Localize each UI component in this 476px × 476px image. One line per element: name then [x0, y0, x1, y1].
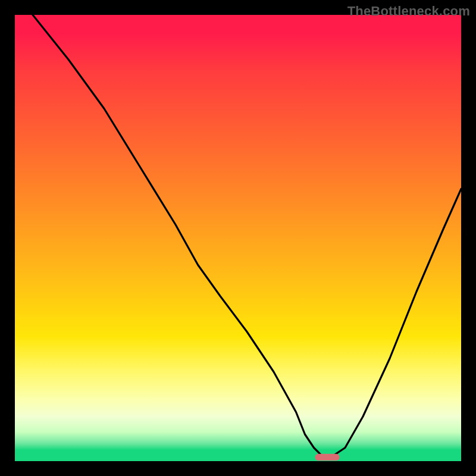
plot-area: [15, 15, 461, 461]
chart-frame: TheBottleneck.com: [0, 0, 476, 476]
background-gradient: [15, 15, 461, 461]
